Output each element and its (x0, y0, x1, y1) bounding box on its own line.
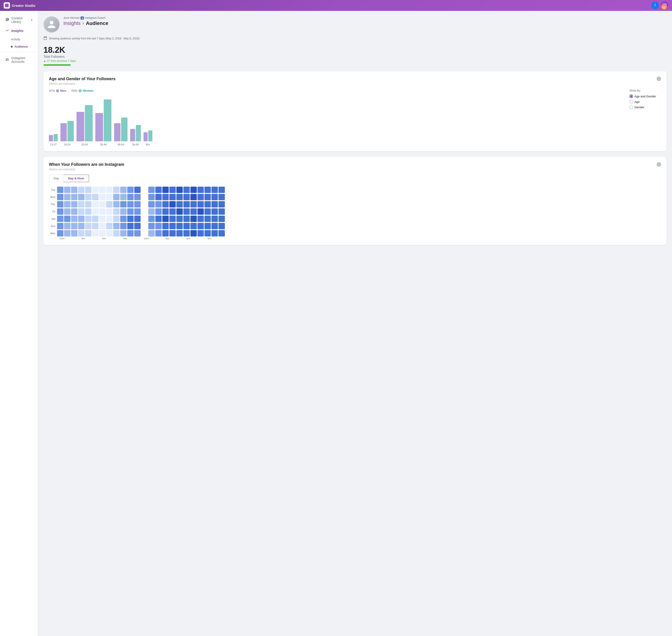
heatmap-cell (155, 230, 162, 236)
heatmap-cell (64, 223, 70, 229)
heatmap-cell (148, 187, 155, 193)
x-label-25-34: 25-34 (77, 143, 93, 146)
heatmap-time-label (115, 237, 121, 240)
radio-circle-age (629, 100, 633, 103)
radio-gender[interactable]: Gender (629, 105, 661, 109)
heatmap-time-label (178, 237, 185, 240)
heatmap-row: Sun (49, 223, 661, 229)
heatmap-row: Thu (49, 201, 661, 207)
radio-age-gender[interactable]: Age and Gender (629, 95, 661, 98)
heatmap-cell (113, 223, 120, 229)
heatmap-cell (176, 201, 183, 207)
heatmap-cell (148, 230, 155, 236)
tab-day-button[interactable]: Day (49, 175, 64, 182)
sidebar-item-insights[interactable]: Insights (2, 26, 36, 35)
instagram-icon-button[interactable] (661, 2, 668, 9)
heatmap-cell (78, 201, 84, 207)
sidebar-item-label: Instagram Accounts (11, 56, 33, 63)
heatmap-cell (155, 208, 162, 215)
heatmap-cell (162, 201, 169, 207)
app-logo-area: Creator Studio (4, 2, 35, 8)
info-icon[interactable]: i (657, 77, 661, 81)
card-title: Age and Gender of Your Followers (49, 77, 116, 81)
when-followers-info-icon[interactable]: i (657, 162, 661, 167)
breadcrumb-current: Audience (86, 20, 108, 26)
heatmap-cell (134, 187, 141, 193)
heatmap-cell (219, 223, 225, 229)
bar-women (148, 131, 152, 141)
account-name: Jenn Herman (63, 16, 80, 19)
heatmap-cell (219, 216, 225, 222)
date-range-text: Showing audience activity from the last … (49, 37, 140, 40)
heatmap-cell (155, 216, 162, 222)
sidebar-sub-item-activity[interactable]: Activity (2, 36, 36, 43)
facebook-icon-button[interactable]: f (651, 2, 659, 9)
bar-women (67, 121, 74, 141)
heatmap-cell (176, 223, 183, 229)
bar-women (121, 118, 127, 141)
heatmap-cell (134, 208, 141, 215)
bar-women (104, 99, 111, 141)
heatmap-cell (155, 223, 162, 229)
radio-label-gender: Gender (634, 105, 644, 109)
heatmap-cell (85, 194, 91, 200)
heatmap-cell (190, 223, 197, 229)
logo-inner (5, 4, 8, 7)
heatmap-cell (219, 230, 225, 236)
heatmap-cell (204, 208, 211, 215)
bar-men (130, 129, 135, 141)
breadcrumb-insights[interactable]: Insights (63, 20, 81, 26)
heatmap-cell (99, 187, 105, 193)
bar-group-65plus (144, 131, 152, 141)
heatmap-cells (57, 201, 225, 207)
app-logo (4, 2, 10, 8)
heatmap-cell (120, 187, 126, 193)
heatmap-time-label: 12pm (143, 237, 149, 240)
chart-controls: Show by: Age and Gender Age Gender (629, 89, 661, 146)
heatmap-row: Fri (49, 208, 661, 215)
heatmap-time-label: 6am (101, 237, 107, 240)
heatmap-cell (120, 216, 126, 222)
heatmap-cell (169, 230, 176, 236)
heatmap-cell (120, 208, 126, 215)
main-content: Jenn Herman ■ Instagram Expert Insights … (38, 11, 672, 636)
bar-chart-x-labels: 13-17 18-24 25-34 35-44 45-54 55-64 65+ (49, 143, 624, 146)
heatmap-cell (204, 201, 211, 207)
heatmap-cell (85, 208, 91, 215)
radio-age[interactable]: Age (629, 100, 661, 103)
followers-change: ▲ 37 from previous 7 days (43, 59, 667, 62)
heatmap-cell (176, 216, 183, 222)
heatmap-cell (190, 230, 197, 236)
sidebar-item-content-library[interactable]: Content Library ▾ (2, 14, 36, 26)
bar-men (144, 132, 148, 141)
heatmap-time-label (150, 237, 157, 240)
chevron-down-icon: ▾ (31, 19, 33, 21)
heatmap-row: Mon (49, 230, 661, 236)
sidebar-item-instagram-accounts[interactable]: Instagram Accounts (2, 54, 36, 66)
heatmap-cell (176, 208, 183, 215)
chart-area: 37% Men 63% Women (49, 89, 624, 146)
heatmap-cell (176, 230, 183, 236)
heatmap-cell (71, 230, 77, 236)
heatmap-cell (198, 216, 204, 222)
x-label-65plus: 65+ (144, 143, 152, 146)
x-label-45-54: 45-54 (114, 143, 127, 146)
heatmap-cell (148, 216, 155, 222)
sidebar-item-label: Content Library (11, 16, 29, 23)
heatmap-cell (198, 187, 204, 193)
heatmap-cell (183, 194, 190, 200)
account-badge: ■ (81, 17, 84, 19)
heatmap-cell (204, 194, 211, 200)
sidebar-sub-item-audience[interactable]: Audience (2, 43, 36, 50)
heatmap-time-label (87, 237, 93, 240)
bar-men (49, 135, 53, 141)
bar-chart (49, 96, 624, 141)
tab-day-hour-button[interactable]: Day & Hour (64, 175, 89, 182)
sidebar: Content Library ▾ Insights Activity Audi… (0, 11, 38, 636)
heatmap-cell (169, 208, 176, 215)
heatmap-cells (57, 194, 225, 200)
bar-men (77, 112, 84, 141)
heatmap-cell (198, 230, 204, 236)
x-label-35-44: 35-44 (95, 143, 111, 146)
radio-label-age: Age (634, 100, 639, 103)
